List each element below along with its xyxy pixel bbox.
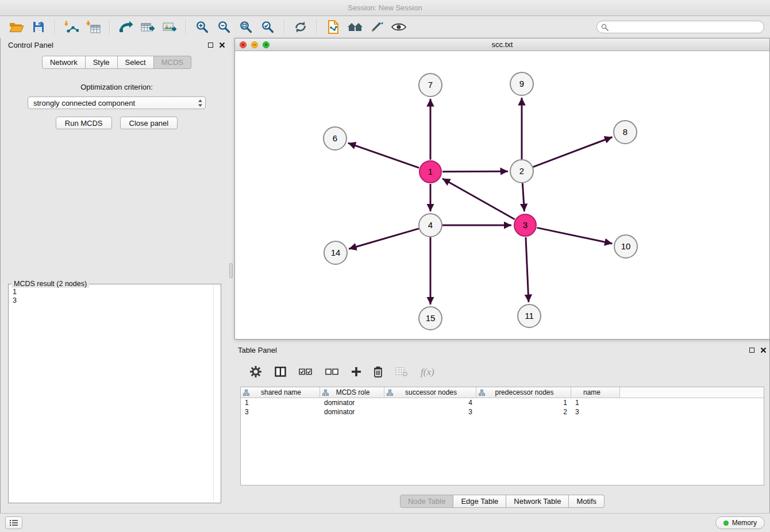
show-hide-graphics-button[interactable]: [388, 18, 410, 36]
table-settings-button[interactable]: [249, 365, 262, 380]
export-table-button[interactable]: [137, 18, 159, 36]
graph-node-4[interactable]: 4: [419, 214, 442, 237]
cell-successor-nodes[interactable]: 4: [384, 399, 476, 407]
graph-edge-2-8[interactable]: [533, 137, 613, 167]
tab-style[interactable]: Style: [86, 56, 118, 69]
run-mcds-button[interactable]: Run MCDS: [56, 117, 112, 129]
cell-name[interactable]: 3: [571, 408, 620, 416]
zoom-out-button[interactable]: [213, 18, 235, 36]
zoom-in-button[interactable]: [191, 18, 213, 36]
window-title: Session: New Session: [348, 3, 422, 12]
svg-text:6: 6: [333, 133, 337, 143]
graph-edge-4-14[interactable]: [349, 229, 419, 249]
table-row[interactable]: 1 dominator 4 1 1: [241, 398, 764, 407]
column-header-shared-name[interactable]: shared name: [241, 387, 320, 398]
tab-network[interactable]: Network: [42, 56, 86, 69]
result-scrollbar[interactable]: [213, 286, 220, 502]
graph-node-1[interactable]: 1: [419, 161, 441, 183]
cell-mcds-role[interactable]: dominator: [320, 399, 384, 407]
zoom-selected-button[interactable]: [257, 18, 279, 36]
cell-predecessor-nodes[interactable]: 2: [476, 408, 571, 416]
show-column-button[interactable]: [275, 367, 286, 379]
graph-node-14[interactable]: 14: [324, 241, 347, 264]
table-row[interactable]: 3 dominator 3 2 3: [241, 407, 764, 417]
open-session-file-button[interactable]: [322, 18, 344, 36]
cell-shared-name[interactable]: 1: [241, 399, 320, 407]
export-image-button[interactable]: [159, 18, 180, 36]
task-history-button[interactable]: [5, 516, 22, 529]
delete-row-button[interactable]: [374, 366, 383, 379]
svg-text:9: 9: [519, 79, 524, 88]
cell-name[interactable]: 1: [571, 399, 620, 407]
graph-edge-3-10[interactable]: [537, 228, 613, 244]
eye-icon: [391, 22, 406, 32]
table-panel-close-button[interactable]: [760, 347, 767, 353]
graph-node-15[interactable]: 15: [419, 307, 442, 330]
svg-text:15: 15: [426, 313, 436, 323]
open-folder-button[interactable]: [6, 18, 28, 36]
new-network-button[interactable]: [115, 18, 137, 36]
graph-edge-2-3[interactable]: [522, 183, 524, 211]
cell-successor-nodes[interactable]: 3: [384, 408, 476, 416]
save-session-button[interactable]: [28, 18, 49, 36]
maximize-icon: [264, 43, 268, 47]
delete-table-button[interactable]: [395, 367, 408, 379]
graph-edge-1-6[interactable]: [348, 143, 419, 168]
graph-node-9[interactable]: 9: [510, 72, 533, 95]
graph-node-11[interactable]: 11: [518, 304, 541, 327]
column-header-mcds-role[interactable]: MCDS role: [320, 387, 384, 398]
import-table-button[interactable]: [82, 18, 104, 36]
network-window-titlebar[interactable]: scc.txt: [235, 38, 769, 51]
toolbar-separator: [55, 20, 55, 34]
toolbar-separator: [317, 20, 317, 34]
network-view-window: scc.txt 7968124314101511: [234, 38, 770, 340]
optimization-criterion-label: Optimization criterion:: [5, 83, 229, 91]
table-header-filler: [620, 387, 764, 398]
network-canvas[interactable]: 7968124314101511: [235, 51, 769, 339]
graph-edge-1-2[interactable]: [442, 171, 508, 172]
column-header-name[interactable]: name: [571, 387, 620, 398]
control-panel-close-button[interactable]: [219, 42, 225, 48]
graph-node-8[interactable]: 8: [614, 121, 637, 144]
window-maximize-button[interactable]: [263, 41, 270, 48]
import-network-button[interactable]: [60, 18, 82, 36]
table-panel-float-button[interactable]: [749, 348, 754, 353]
graph-node-3[interactable]: 3: [514, 214, 536, 236]
window-minimize-button[interactable]: [251, 41, 258, 48]
add-row-button[interactable]: [352, 367, 361, 378]
tab-node-table[interactable]: Node Table: [400, 495, 454, 508]
refresh-view-button[interactable]: [290, 18, 311, 36]
select-all-rows-button[interactable]: [299, 368, 313, 377]
control-panel-float-button[interactable]: [208, 43, 213, 48]
cell-mcds-role[interactable]: dominator: [320, 408, 384, 416]
column-header-predecessor-nodes[interactable]: predecessor nodes: [476, 387, 571, 398]
tab-mcds[interactable]: MCDS: [154, 56, 191, 69]
function-builder-button[interactable]: f(x): [421, 367, 434, 378]
cell-predecessor-nodes[interactable]: 1: [476, 399, 571, 407]
deselect-all-rows-button[interactable]: [325, 368, 339, 377]
svg-text:10: 10: [621, 241, 631, 251]
search-input[interactable]: [596, 21, 764, 33]
tab-select[interactable]: Select: [118, 56, 154, 69]
memory-button[interactable]: Memory: [715, 516, 765, 529]
graph-edge-3-11[interactable]: [526, 237, 529, 302]
column-header-successor-nodes[interactable]: successor nodes: [384, 387, 476, 398]
tab-network-table[interactable]: Network Table: [506, 495, 569, 508]
window-close-button[interactable]: [240, 41, 247, 48]
graph-node-7[interactable]: 7: [419, 74, 442, 97]
close-panel-button[interactable]: Close panel: [120, 117, 178, 129]
graph-edge-3-1[interactable]: [442, 179, 515, 219]
home-button[interactable]: [344, 18, 366, 36]
graph-node-10[interactable]: 10: [614, 235, 637, 258]
tab-motifs[interactable]: Motifs: [569, 495, 605, 508]
cell-shared-name[interactable]: 3: [241, 408, 320, 416]
graph-node-6[interactable]: 6: [324, 127, 346, 150]
criterion-dropdown[interactable]: strongly connected component: [28, 97, 206, 109]
table-panel: Table Panel: [234, 343, 770, 510]
apply-style-button[interactable]: [366, 18, 388, 36]
zoom-fit-button[interactable]: [235, 18, 257, 36]
svg-text:1: 1: [428, 167, 433, 176]
graph-node-2[interactable]: 2: [510, 160, 533, 183]
tab-edge-table[interactable]: Edge Table: [453, 495, 506, 508]
panel-splitter[interactable]: [229, 263, 233, 278]
